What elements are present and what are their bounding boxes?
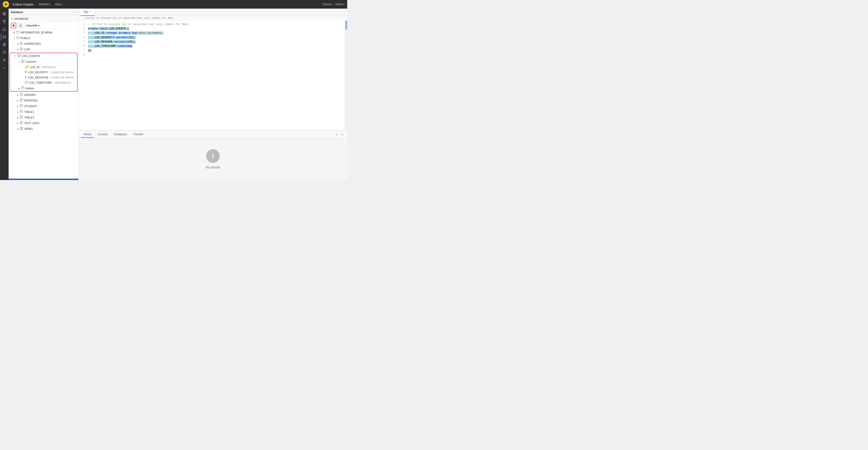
menu-window-chevron [49,3,51,6]
admin-chevron [343,3,344,6]
tree-item-log-events[interactable]: ▼ LOG_EVENTS [10,53,77,59]
table-car-icon [20,48,23,51]
sidebar-history-icon[interactable] [1,49,8,56]
tab-databases[interactable]: Databases [111,131,129,138]
theme-chevron [331,3,333,6]
db-panel-more-btn[interactable]: ··· [72,10,76,14]
tree-item-public[interactable]: ▼ PUBLIC [8,35,79,41]
tree-item-log-id[interactable]: ▶ 🔑 LOG_ID - INTEGER(32) [10,64,77,70]
tree-item-indices[interactable]: ▶ Indices [10,86,77,91]
tree-item-test-data[interactable]: ▶ TEST_DATA [8,120,79,126]
svg-rect-3 [4,12,6,13]
table-table1-icon [20,110,23,114]
sidebar-expand-icon[interactable] [1,64,8,71]
svg-rect-50 [20,104,23,107]
tree-item-orders[interactable]: ▶ ORDERS [8,92,79,98]
theme-menu[interactable]: Theme [322,3,333,6]
record-btn[interactable] [11,23,16,28]
svg-point-7 [5,20,6,21]
topbar-menu: Window Help [37,2,64,7]
tab-transfer[interactable]: Transfer [130,131,146,138]
code-line-3: 3 LOG_ID integer primary key auto_increm… [81,31,343,35]
db-toolbar: DefaultDB ▾ [8,22,79,30]
view-icon [20,127,23,131]
code-line-1: 1 -- Ctrl+X to execute all or selected t… [81,22,343,27]
tree-item-table1[interactable]: ▶ TABLE1 [8,109,79,115]
section-label: DATABASE [14,18,28,20]
text-type-message-icon: T [25,76,27,79]
svg-line-9 [3,21,4,22]
tree-item-table2[interactable]: ▶ TABLE2 [8,115,79,120]
no-results-icon: i [206,149,220,163]
code-line-4: 4 LOG_SEVERITY varchar(16), [81,35,343,40]
editor-scrollbar-thumb [345,21,347,30]
tree-item-addresses[interactable]: ▶ ADDRESSES [8,41,79,47]
result-collapse-btn[interactable]: ∧ [334,132,339,137]
bottom-status-bar [8,179,79,180]
editor-outer: 1 -- Ctrl+X to execute all or selected t… [79,21,347,130]
svg-point-19 [12,24,15,27]
svg-line-10 [4,21,5,22]
table-test-data-icon [20,121,23,125]
svg-point-1 [5,3,7,5]
tree-item-columns[interactable]: ▼ Columns [10,59,77,64]
svg-point-12 [3,35,6,36]
svg-rect-20 [17,31,19,33]
tab-sql[interactable]: SQL ✕ [81,8,95,16]
svg-point-8 [4,22,5,23]
svg-rect-30 [18,54,21,57]
table-student-icon [20,104,23,108]
columns-icon [21,60,24,64]
menu-help[interactable]: Help [53,2,64,7]
svg-rect-53 [20,110,23,113]
topbar: Eclipse Dirigible Window Help Theme admi… [0,0,347,8]
schema-icon [16,31,20,34]
sidebar-deploy-icon[interactable] [1,26,8,33]
refresh-btn[interactable] [18,23,23,28]
table-table2-icon [20,116,23,119]
no-results-text: No results [206,166,220,169]
code-editor[interactable]: 1 -- Ctrl+X to execute all or selected t… [79,21,345,130]
icon-sidebar [0,8,8,180]
db-panel-title: Database [11,11,72,14]
tree-item-student[interactable]: ▶ STUDENT [8,103,79,109]
tree-item-information-schema[interactable]: ▶ INFORMATION_SCHEMA [8,30,79,35]
svg-rect-27 [20,48,23,51]
editor-scrollbar[interactable] [345,21,347,130]
table-log-events-icon [18,54,21,58]
db-select[interactable]: DefaultDB ▾ [24,23,41,28]
code-line-6: 6 LOG_TIMESTAMP timestamp [81,44,343,49]
tab-sql-close[interactable]: ✕ [90,10,92,13]
tab-result[interactable]: Result [81,131,94,138]
admin-menu[interactable]: admin [335,3,344,6]
svg-rect-37 [25,82,28,84]
table-persons-icon [20,98,23,102]
tree-item-view3[interactable]: ▶ VIEW3 [8,126,79,131]
menu-window[interactable]: Window [37,2,52,7]
sidebar-docs-icon[interactable] [1,41,8,48]
tab-console[interactable]: Console [95,131,110,138]
svg-rect-33 [22,60,24,63]
code-line-7: 7 ); [81,49,343,53]
result-close-btn[interactable]: ✕ [340,132,345,137]
app-title: Eclipse Dirigible [13,3,33,6]
tree-item-log-timestamp[interactable]: ▶ LOG_TIMESTAMP - TIMESTAMP(26) [10,80,77,86]
svg-rect-5 [4,14,6,15]
svg-point-6 [3,20,4,21]
tree-item-car[interactable]: ▶ CAR [8,47,79,52]
db-panel: Database ··· ▼ DATABASE DefaultDB [8,8,79,180]
svg-point-18 [4,59,5,61]
key-icon: 🔑 [25,65,29,69]
tree-item-log-message[interactable]: ▶ T LOG_MESSAGE - CHARACTER VARYIN [10,75,77,80]
tree-item-log-severity[interactable]: ▶ T LOG_SEVERITY - CHARACTER VARYIN [10,70,77,75]
sidebar-home-icon[interactable] [1,10,8,17]
tree-item-persons[interactable]: ▶ PERSONS [8,98,79,103]
sidebar-settings-icon[interactable] [1,57,8,63]
hint-bar: -- Ctrl+X to execute all or selected tex… [79,16,347,21]
svg-marker-11 [3,28,6,31]
svg-rect-41 [22,87,24,89]
sidebar-git-icon[interactable] [1,18,8,25]
sidebar-database-icon[interactable] [1,33,8,40]
svg-rect-2 [3,12,4,13]
db-panel-actions: ··· [72,10,76,14]
